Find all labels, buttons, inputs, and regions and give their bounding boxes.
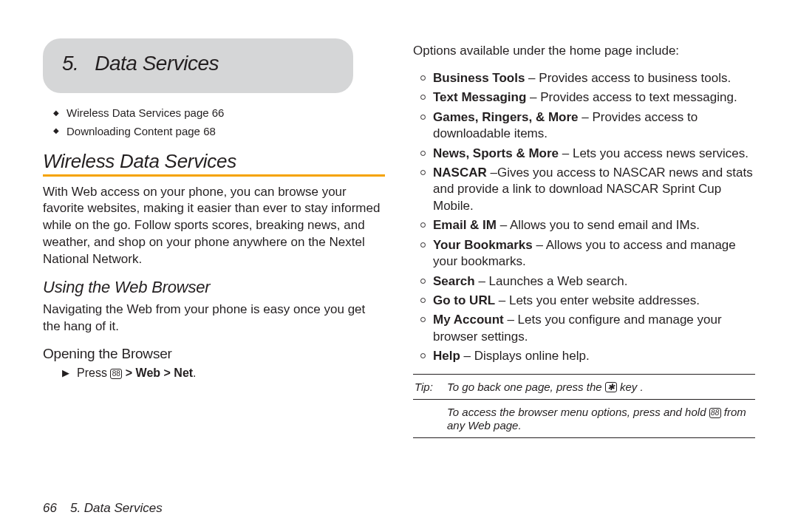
star-key-icon: ✱ bbox=[605, 382, 617, 392]
step-pre: Press bbox=[77, 366, 107, 379]
option-item: My Account – Lets you configure and mana… bbox=[420, 312, 755, 345]
option-term: Help bbox=[433, 349, 460, 363]
diamond-bullet-icon: ◆ bbox=[53, 108, 59, 119]
option-text: Search – Launches a Web search. bbox=[433, 273, 627, 290]
option-term: Business Tools bbox=[433, 71, 525, 85]
option-desc: – Lets you access news services. bbox=[559, 146, 748, 160]
toc-item: ◆ Wireless Data Services page 66 bbox=[53, 105, 385, 121]
circle-bullet-icon bbox=[420, 317, 426, 322]
circle-bullet-icon bbox=[420, 279, 426, 284]
menu-key-icon: 88 bbox=[709, 408, 721, 418]
step-bold: Net bbox=[174, 366, 193, 379]
option-text: Games, Ringers, & More – Provides access… bbox=[433, 109, 755, 143]
toc-label: Downloading Content page 68 bbox=[66, 123, 216, 140]
option-term: Your Bookmarks bbox=[433, 238, 533, 252]
option-desc: – Displays online help. bbox=[460, 349, 590, 363]
option-item: News, Sports & More – Lets you access ne… bbox=[420, 146, 755, 162]
option-text: Go to URL – Lets you enter website addre… bbox=[433, 293, 700, 309]
circle-bullet-icon bbox=[420, 151, 426, 156]
tip-body: To go back one page, press the ✱ key . bbox=[447, 381, 644, 393]
circle-bullet-icon bbox=[420, 298, 426, 303]
footer-crumb: 5. Data Services bbox=[70, 501, 163, 516]
option-item: Text Messaging – Provides access to text… bbox=[420, 89, 755, 106]
menu-key-icon: 88 bbox=[110, 369, 122, 379]
tip-text: To go back one page, press the bbox=[447, 381, 605, 393]
left-column: 5. Data Services ◆ Wireless Data Service… bbox=[43, 38, 385, 438]
option-text: Business Tools – Provides access to busi… bbox=[433, 70, 731, 86]
subsubsection-heading-opening: Opening the Browser bbox=[43, 346, 385, 362]
option-desc: – Provides access to business tools. bbox=[525, 71, 731, 85]
chapter-tab: 5. Data Services bbox=[43, 38, 353, 93]
chapter-number: 5. bbox=[62, 52, 78, 75]
step-sep: > bbox=[160, 366, 174, 379]
tip-row: To access the browser menu options, pres… bbox=[413, 404, 755, 433]
options-list: Business Tools – Provides access to busi… bbox=[420, 70, 755, 365]
option-item: Search – Launches a Web search. bbox=[420, 273, 755, 290]
option-item: Go to URL – Lets you enter website addre… bbox=[420, 293, 755, 309]
option-term: News, Sports & More bbox=[433, 146, 559, 160]
option-item: Email & IM – Allows you to send email an… bbox=[420, 217, 755, 233]
option-item: Help – Displays online help. bbox=[420, 348, 755, 364]
toc-label: Wireless Data Services page 66 bbox=[66, 105, 224, 121]
instruction-step: ▶ Press 88 > Web > Net. bbox=[62, 366, 385, 380]
circle-bullet-icon bbox=[420, 353, 426, 358]
tip-label-empty bbox=[415, 406, 443, 418]
step-end: . bbox=[193, 366, 196, 379]
circle-bullet-icon bbox=[420, 222, 426, 228]
options-intro: Options available under the home page in… bbox=[413, 43, 755, 60]
subsection-heading-browser: Using the Web Browser bbox=[43, 278, 385, 297]
circle-bullet-icon bbox=[420, 115, 426, 120]
option-desc: – Lets you enter website addresses. bbox=[495, 293, 700, 307]
page-number: 66 bbox=[43, 501, 57, 516]
option-term: My Account bbox=[433, 313, 504, 327]
option-item: Business Tools – Provides access to busi… bbox=[420, 70, 755, 86]
option-text: News, Sports & More – Lets you access ne… bbox=[433, 146, 748, 162]
option-desc: – Provides access to text messaging. bbox=[526, 90, 737, 104]
diamond-bullet-icon: ◆ bbox=[53, 126, 59, 137]
tip-text: To access the browser menu options, pres… bbox=[447, 406, 709, 418]
chapter-name: Data Services bbox=[95, 52, 219, 75]
tip-label: Tip: bbox=[415, 381, 443, 393]
option-term: NASCAR bbox=[433, 166, 487, 180]
option-term: Games, Ringers, & More bbox=[433, 110, 579, 124]
option-text: NASCAR –Gives you access to NASCAR news … bbox=[433, 165, 755, 214]
toc-item: ◆ Downloading Content page 68 bbox=[53, 123, 385, 140]
page-footer: 66 5. Data Services bbox=[43, 501, 163, 516]
two-column-layout: 5. Data Services ◆ Wireless Data Service… bbox=[43, 38, 755, 438]
step-text: Press 88 > Web > Net. bbox=[77, 366, 197, 380]
option-desc: – Allows you to send email and IMs. bbox=[497, 218, 700, 232]
tip-divider bbox=[413, 399, 755, 400]
option-term: Email & IM bbox=[433, 218, 497, 232]
option-text: Your Bookmarks – Allows you to access an… bbox=[433, 237, 755, 270]
tip-row: Tip: To go back one page, press the ✱ ke… bbox=[413, 379, 755, 395]
play-bullet-icon: ▶ bbox=[62, 367, 69, 378]
option-desc: – Launches a Web search. bbox=[475, 274, 628, 288]
option-item: Games, Ringers, & More – Provides access… bbox=[420, 109, 755, 143]
option-term: Text Messaging bbox=[433, 90, 526, 104]
circle-bullet-icon bbox=[420, 75, 426, 81]
circle-bullet-icon bbox=[420, 170, 426, 175]
step-bold: Web bbox=[136, 366, 160, 379]
section-body: Navigating the Web from your phone is ea… bbox=[43, 301, 385, 335]
option-text: Text Messaging – Provides access to text… bbox=[433, 89, 737, 106]
table-of-contents: ◆ Wireless Data Services page 66 ◆ Downl… bbox=[53, 105, 385, 140]
step-sep: > bbox=[126, 366, 136, 379]
tip-text: key . bbox=[617, 381, 644, 393]
tip-box: Tip: To go back one page, press the ✱ ke… bbox=[413, 374, 755, 438]
option-term: Go to URL bbox=[433, 293, 495, 307]
manual-page: 5. Data Services ◆ Wireless Data Service… bbox=[0, 0, 798, 532]
circle-bullet-icon bbox=[420, 242, 426, 248]
tip-body: To access the browser menu options, pres… bbox=[447, 406, 754, 432]
option-item: Your Bookmarks – Allows you to access an… bbox=[420, 237, 755, 270]
section-heading-wireless: Wireless Data Services bbox=[43, 150, 385, 177]
option-term: Search bbox=[433, 274, 475, 288]
chapter-title: 5. Data Services bbox=[62, 52, 334, 75]
right-column: Options available under the home page in… bbox=[413, 38, 755, 438]
circle-bullet-icon bbox=[420, 95, 426, 100]
section-body: With Web access on your phone, you can b… bbox=[43, 184, 385, 268]
option-item: NASCAR –Gives you access to NASCAR news … bbox=[420, 165, 755, 214]
option-text: Help – Displays online help. bbox=[433, 348, 590, 364]
option-text: My Account – Lets you configure and mana… bbox=[433, 312, 755, 345]
option-text: Email & IM – Allows you to send email an… bbox=[433, 217, 700, 233]
